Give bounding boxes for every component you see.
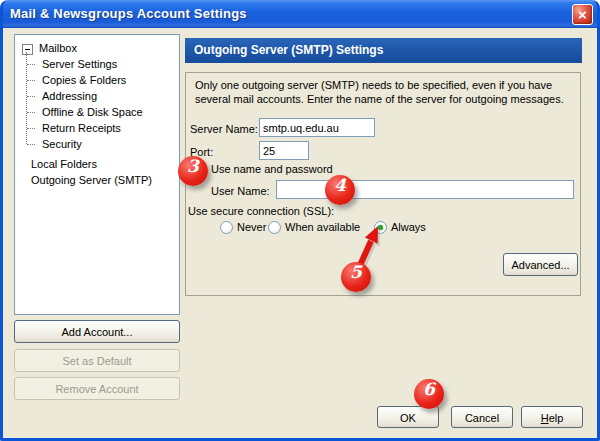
server-name-input[interactable]: [259, 118, 375, 137]
account-settings-dialog: Mail & Newsgroups Account Settings × Mai…: [0, 0, 600, 441]
ssl-never-label: Never: [237, 221, 266, 233]
tree-item-label: Local Folders: [31, 158, 97, 170]
set-as-default-button[interactable]: Set as Default: [14, 349, 180, 372]
annotation-badge-3: 3: [178, 156, 208, 186]
user-name-input[interactable]: [276, 180, 574, 199]
tree-item-label: Return Receipts: [42, 122, 121, 134]
tree-item-label: Server Settings: [42, 58, 117, 70]
tree-item-server-settings[interactable]: Server Settings: [15, 56, 179, 72]
tree-item-local-folders[interactable]: Local Folders: [15, 156, 179, 172]
help-button[interactable]: Help: [521, 406, 583, 428]
tree-item-label: Outgoing Server (SMTP): [31, 174, 152, 186]
titlebar[interactable]: Mail & Newsgroups Account Settings ×: [0, 0, 600, 28]
tree-item-label: Security: [42, 138, 82, 150]
ssl-label: Use secure connection (SSL):: [188, 205, 334, 217]
tree-item-label: Mailbox: [39, 42, 77, 54]
help-label: elp: [549, 412, 564, 424]
tree-item-label: Addressing: [42, 90, 97, 102]
window-title: Mail & Newsgroups Account Settings: [10, 6, 247, 21]
mailbox-children: Server Settings Copies & Folders Address…: [15, 56, 179, 152]
annotation-badge-6: 6: [414, 379, 444, 409]
cancel-button[interactable]: Cancel: [451, 406, 513, 428]
ssl-always-label: Always: [391, 221, 426, 233]
tree-item-outgoing-server-smtp[interactable]: Outgoing Server (SMTP): [15, 172, 179, 188]
ok-button[interactable]: OK: [377, 406, 439, 428]
remove-account-button[interactable]: Remove Account: [14, 377, 180, 400]
tree-item-label: Copies & Folders: [42, 74, 126, 86]
add-account-button[interactable]: Add Account...: [14, 320, 180, 343]
advanced-button[interactable]: Advanced...: [503, 253, 578, 276]
smtp-description: Only one outgoing server (SMTP) needs to…: [195, 78, 571, 106]
annotation-badge-4: 4: [325, 175, 355, 205]
use-name-password-label: Use name and password: [211, 163, 333, 175]
collapse-minus-icon[interactable]: [22, 44, 33, 55]
ssl-when-available-radio[interactable]: [268, 221, 281, 234]
user-name-label: User Name:: [211, 185, 270, 197]
tree-item-mailbox[interactable]: Mailbox: [15, 40, 179, 56]
port-input[interactable]: [259, 141, 309, 160]
annotation-badge-5: 5: [341, 262, 371, 292]
server-name-label: Server Name:: [190, 123, 258, 135]
tree-item-return-receipts[interactable]: Return Receipts: [15, 120, 179, 136]
ssl-never-radio[interactable]: [220, 221, 233, 234]
tree-item-offline-disk-space[interactable]: Offline & Disk Space: [15, 104, 179, 120]
tree-item-addressing[interactable]: Addressing: [15, 88, 179, 104]
help-label: H: [541, 412, 549, 424]
tree-item-copies-folders[interactable]: Copies & Folders: [15, 72, 179, 88]
tree-item-security[interactable]: Security: [15, 136, 179, 152]
accounts-tree[interactable]: Mailbox Server Settings Copies & Folders…: [14, 34, 180, 315]
tree-item-label: Offline & Disk Space: [42, 106, 143, 118]
close-icon[interactable]: ×: [572, 4, 593, 25]
panel-title: Outgoing Server (SMTP) Settings: [185, 38, 582, 63]
